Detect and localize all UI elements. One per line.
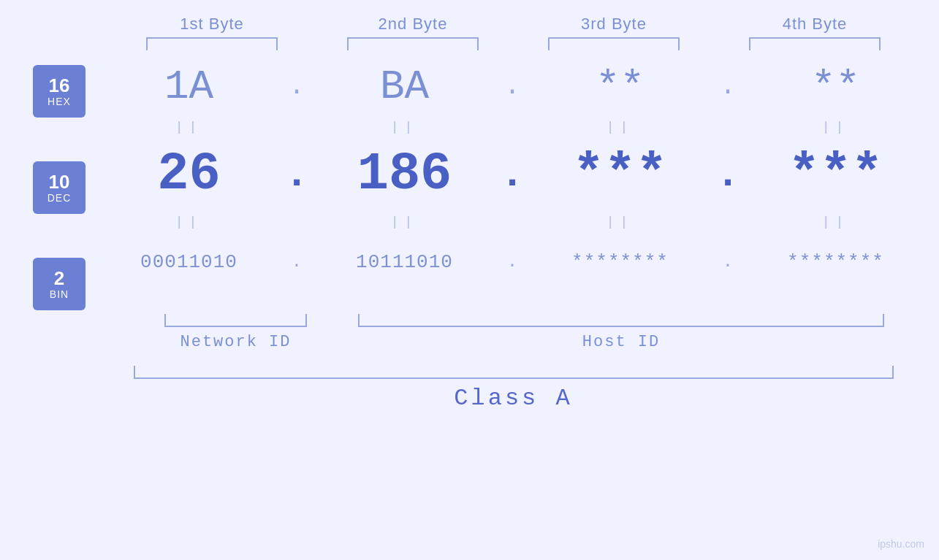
full-bracket-wrap [44, 366, 939, 379]
dec-val-4: *** [745, 145, 927, 204]
dec-sep-3: . [712, 154, 745, 195]
bin-sep-2: . [496, 253, 529, 271]
class-label: Class A [454, 385, 572, 412]
bracket-cell-2 [313, 37, 514, 50]
bin-sep-1: . [281, 253, 313, 271]
hex-val-4: ** [745, 64, 927, 110]
top-bracket-1 [146, 37, 278, 50]
badge-dec: 10 DEC [33, 161, 85, 214]
hex-val-1: 1A [98, 64, 281, 110]
top-bracket-3 [548, 37, 680, 50]
hex-row: 1A . BA . ** . ** [85, 58, 939, 116]
bin-val-1: 00011010 [98, 251, 281, 273]
content-area: 16 HEX 10 DEC 2 BIN 1A . BA [0, 58, 939, 310]
equals-row-1: || || || || [85, 116, 939, 138]
badge-hex-number: 16 [49, 75, 70, 96]
dec-val-3: *** [529, 145, 712, 204]
bin-val-4: ******** [745, 251, 927, 273]
hex-sep-3: . [712, 74, 745, 100]
badge-hex: 16 HEX [33, 65, 85, 118]
hex-val-2: BA [313, 64, 496, 110]
watermark: ipshu.com [878, 538, 924, 550]
id-labels-row: Network ID Host ID [44, 333, 939, 351]
dec-row: 26 . 186 . *** . *** [85, 138, 939, 211]
net-bracket-wrap [128, 314, 343, 327]
bin-row: 00011010 . 10111010 . ******** . *******… [85, 233, 939, 291]
top-bracket-row [44, 37, 939, 50]
byte-label-4: 4th Byte [715, 15, 916, 34]
hex-sep-2: . [496, 74, 529, 100]
main-container: 1st Byte 2nd Byte 3rd Byte 4th Byte 16 H… [0, 0, 939, 560]
badge-bin-number: 2 [54, 268, 64, 289]
bracket-cell-4 [715, 37, 916, 50]
eq1-3: || [529, 120, 712, 134]
eq1-1: || [98, 120, 281, 134]
hex-sep-1: . [281, 74, 313, 100]
badge-dec-number: 10 [49, 172, 70, 193]
host-bracket-wrap [343, 314, 899, 327]
badge-bin: 2 BIN [33, 258, 85, 310]
badge-bin-label: BIN [50, 288, 69, 300]
eq2-4: || [745, 215, 927, 229]
eq2-2: || [313, 215, 496, 229]
host-bracket [358, 314, 884, 327]
byte-labels-row: 1st Byte 2nd Byte 3rd Byte 4th Byte [44, 15, 939, 34]
hex-val-3: ** [529, 64, 712, 110]
badge-dec-label: DEC [47, 192, 72, 204]
dec-sep-1: . [281, 154, 313, 195]
bottom-section: Network ID Host ID Class A [0, 314, 939, 412]
badges-column: 16 HEX 10 DEC 2 BIN [0, 58, 85, 310]
network-id-label: Network ID [128, 333, 343, 351]
values-section: 1A . BA . ** . ** || || [85, 58, 939, 291]
dec-val-2: 186 [313, 145, 496, 204]
byte-label-3: 3rd Byte [514, 15, 715, 34]
top-bracket-2 [347, 37, 479, 50]
top-bracket-4 [749, 37, 881, 50]
bin-sep-3: . [712, 253, 745, 271]
eq2-1: || [98, 215, 281, 229]
bin-val-3: ******** [529, 251, 712, 273]
badge-hex-label: HEX [47, 96, 71, 107]
dec-val-1: 26 [98, 145, 281, 204]
dec-sep-2: . [496, 154, 529, 195]
eq1-4: || [745, 120, 927, 134]
equals-row-2: || || || || [85, 211, 939, 233]
bottom-brackets [44, 314, 939, 327]
bracket-cell-1 [112, 37, 313, 50]
byte-label-1: 1st Byte [112, 15, 313, 34]
full-bracket [134, 366, 894, 379]
bracket-cell-3 [514, 37, 715, 50]
bin-val-2: 10111010 [313, 251, 496, 273]
byte-label-2: 2nd Byte [313, 15, 514, 34]
network-bracket [164, 314, 307, 327]
eq1-2: || [313, 120, 496, 134]
eq2-3: || [529, 215, 712, 229]
host-id-label: Host ID [343, 333, 899, 351]
